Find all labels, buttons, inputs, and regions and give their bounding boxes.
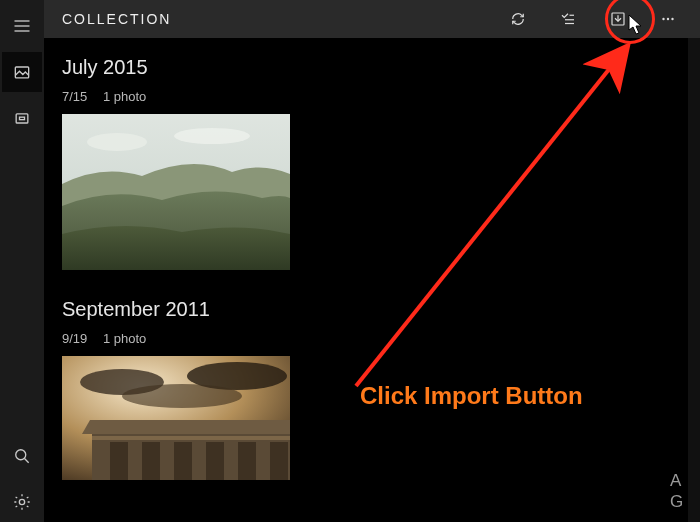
menu-button[interactable] xyxy=(2,6,42,46)
month-group: September 2011 9/19 1 photo xyxy=(62,298,682,480)
header-bar: COLLECTION xyxy=(44,0,700,38)
month-title[interactable]: July 2015 xyxy=(62,56,682,79)
month-date: 7/15 xyxy=(62,89,87,104)
settings-icon xyxy=(12,492,32,512)
svg-point-6 xyxy=(16,450,26,460)
landscape-thumbnail-image xyxy=(62,114,290,270)
menu-icon xyxy=(12,16,32,36)
svg-rect-32 xyxy=(92,436,290,440)
svg-rect-27 xyxy=(142,442,160,480)
month-title[interactable]: September 2011 xyxy=(62,298,682,321)
import-button[interactable] xyxy=(596,0,640,38)
svg-point-23 xyxy=(122,384,242,408)
svg-line-7 xyxy=(25,459,29,463)
left-rail xyxy=(0,0,44,522)
refresh-icon xyxy=(509,10,527,28)
svg-point-8 xyxy=(19,499,24,504)
svg-rect-31 xyxy=(270,442,288,480)
select-button[interactable] xyxy=(546,0,590,38)
svg-rect-4 xyxy=(16,114,28,123)
svg-point-14 xyxy=(662,18,664,20)
main-area: COLLECTION July 2015 7/15 1 photo xyxy=(44,0,700,522)
search-button[interactable] xyxy=(2,436,42,476)
collection-icon xyxy=(12,62,32,82)
month-subtitle: 9/19 1 photo xyxy=(62,331,682,346)
svg-marker-25 xyxy=(82,420,290,434)
photo-thumbnail[interactable] xyxy=(62,114,290,270)
month-group: July 2015 7/15 1 photo xyxy=(62,56,682,270)
svg-rect-5 xyxy=(20,117,25,120)
svg-rect-30 xyxy=(238,442,256,480)
month-count: 1 photo xyxy=(103,89,146,104)
month-subtitle: 7/15 1 photo xyxy=(62,89,682,104)
collection-content[interactable]: July 2015 7/15 1 photo xyxy=(44,38,700,522)
refresh-button[interactable] xyxy=(496,0,540,38)
svg-point-16 xyxy=(671,18,673,20)
photo-thumbnail[interactable] xyxy=(62,356,290,480)
collection-nav[interactable] xyxy=(2,52,42,92)
more-button[interactable] xyxy=(646,0,690,38)
page-title: COLLECTION xyxy=(62,11,171,27)
svg-rect-26 xyxy=(110,442,128,480)
scrollbar[interactable] xyxy=(688,38,700,522)
month-date: 9/19 xyxy=(62,331,87,346)
more-icon xyxy=(659,10,677,28)
building-thumbnail-image xyxy=(62,356,290,480)
search-icon xyxy=(12,446,32,466)
svg-rect-28 xyxy=(174,442,192,480)
settings-button[interactable] xyxy=(2,482,42,522)
albums-icon xyxy=(12,108,32,128)
albums-nav[interactable] xyxy=(2,98,42,138)
svg-point-19 xyxy=(174,128,250,144)
import-icon xyxy=(609,10,627,28)
svg-point-18 xyxy=(87,133,147,151)
svg-rect-29 xyxy=(206,442,224,480)
month-count: 1 photo xyxy=(103,331,146,346)
svg-point-15 xyxy=(667,18,669,20)
select-icon xyxy=(559,10,577,28)
